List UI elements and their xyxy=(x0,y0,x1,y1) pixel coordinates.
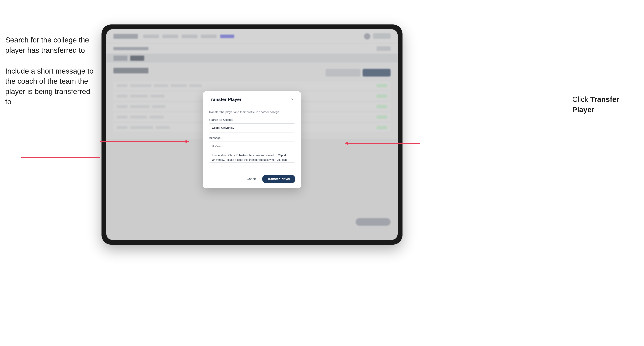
search-college-input[interactable] xyxy=(208,123,296,133)
transfer-player-modal: Transfer Player × Transfer the player an… xyxy=(203,91,301,188)
tablet-screen: Transfer Player × Transfer the player an… xyxy=(106,29,398,240)
close-icon: × xyxy=(291,97,294,102)
search-college-label: Search for College xyxy=(208,118,296,122)
annotation-right-text: Click Transfer Player xyxy=(572,94,639,115)
modal-footer: Cancel Transfer Player xyxy=(203,171,301,188)
modal-close-button[interactable]: × xyxy=(289,96,296,103)
message-label: Message xyxy=(208,136,296,140)
modal-body: Transfer the player and their profile to… xyxy=(203,106,301,171)
modal-overlay: Transfer Player × Transfer the player an… xyxy=(106,29,398,240)
tablet-device: Transfer Player × Transfer the player an… xyxy=(102,24,402,245)
modal-title: Transfer Player xyxy=(208,97,242,102)
annotation-right: Click Transfer Player xyxy=(572,94,639,115)
message-textarea[interactable] xyxy=(208,142,296,163)
search-college-group: Search for College xyxy=(208,118,296,133)
cancel-button[interactable]: Cancel xyxy=(244,175,259,183)
annotation-left: Search for the college the player has tr… xyxy=(5,35,96,118)
message-group: Message xyxy=(208,136,296,163)
transfer-player-button[interactable]: Transfer Player xyxy=(262,175,296,183)
annotation-bottom-text: Include a short message to the coach of … xyxy=(5,66,96,107)
modal-subtitle: Transfer the player and their profile to… xyxy=(208,110,296,114)
annotation-top-text: Search for the college the player has tr… xyxy=(5,35,96,56)
modal-header: Transfer Player × xyxy=(203,91,301,106)
